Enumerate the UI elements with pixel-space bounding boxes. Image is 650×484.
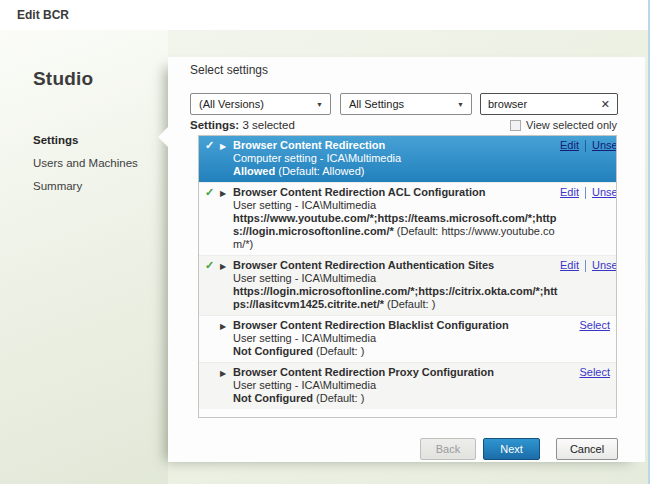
wizard-steps: Settings Users and Machines Summary [33, 129, 138, 198]
setting-title: Browser Content Redirection ACL Configur… [233, 186, 560, 199]
setting-value-default: (Default: ) [313, 345, 364, 357]
step-summary[interactable]: Summary [33, 175, 138, 198]
row-links: Select [579, 319, 612, 332]
setting-value-bold: Not Configured [233, 392, 313, 404]
studio-logo-text: Studio [33, 68, 93, 90]
setting-title: Browser Content Redirection Proxy Config… [233, 366, 560, 379]
selected-check-icon: ✓ [205, 186, 220, 199]
setting-value-default: (Default: ) [384, 298, 435, 310]
setting-value: Allowed (Default: Allowed) [233, 165, 560, 178]
setting-scope: User setting - ICA\Multimedia [233, 379, 560, 392]
expand-arrow-icon[interactable]: ▶ [220, 366, 233, 380]
settings-filter-dropdown[interactable]: All Settings ▼ [340, 93, 472, 115]
wizard-dialog: Studio Settings Users and Machines Summa… [0, 30, 650, 484]
setting-scope: User setting - ICA\Multimedia [233, 199, 560, 212]
setting-scope: Computer setting - ICA\Multimedia [233, 152, 560, 165]
wizard-sidebar: Studio Settings Users and Machines Summa… [0, 30, 168, 484]
back-button: Back [420, 438, 476, 460]
view-selected-only-label: View selected only [526, 119, 617, 131]
settings-count-label: Settings: [190, 119, 239, 131]
expand-arrow-icon[interactable]: ▶ [220, 139, 233, 153]
step-users-and-machines[interactable]: Users and Machines [33, 152, 138, 175]
setting-text: Browser Content Redirection Proxy Config… [233, 366, 560, 405]
version-filter-dropdown[interactable]: (All Versions) ▼ [190, 93, 331, 115]
selected-check-icon: ✓ [205, 259, 220, 272]
window-titlebar: Edit BCR [0, 0, 650, 30]
clear-search-icon[interactable]: ✕ [597, 94, 617, 114]
setting-title: Browser Content Redirection Authenticati… [233, 259, 560, 272]
search-box: ✕ [480, 93, 618, 115]
setting-text: Browser Content Redirection ACL Configur… [233, 186, 560, 251]
unselect-link[interactable]: Unselect [592, 186, 617, 199]
setting-value-default: (Default: Allowed) [275, 165, 364, 177]
setting-text: Browser Content Redirection Computer set… [233, 139, 560, 178]
version-filter-value: (All Versions) [191, 98, 316, 110]
view-selected-only[interactable]: View selected only [510, 119, 617, 131]
list-summary-row: Settings: 3 selected View selected only [190, 119, 617, 131]
filter-bar: (All Versions) ▼ All Settings ▼ ✕ [190, 93, 623, 115]
unselect-link[interactable]: Unselect [592, 259, 617, 272]
row-links: EditUnselect [560, 259, 617, 272]
select-link[interactable]: Select [579, 319, 610, 332]
content-panel: Select settings (All Versions) ▼ All Set… [168, 57, 645, 462]
settings-list: ✓ ▶ Browser Content Redirection Computer… [198, 135, 617, 418]
edit-link[interactable]: Edit [560, 259, 579, 272]
unselect-link[interactable]: Unselect [592, 139, 617, 152]
search-input[interactable] [481, 98, 597, 110]
expand-arrow-icon[interactable]: ▶ [220, 319, 233, 333]
selected-check-icon: ✓ [205, 139, 220, 152]
setting-row[interactable]: ✓ ▶ Browser Content Redirection ACL Conf… [199, 182, 616, 255]
link-divider [585, 260, 586, 272]
settings-count-value: 3 selected [242, 119, 294, 131]
select-link[interactable]: Select [579, 366, 610, 379]
chevron-down-icon: ▼ [316, 101, 330, 108]
setting-value: https://www.youtube.com/*;https://teams.… [233, 212, 560, 251]
edit-link[interactable]: Edit [560, 186, 579, 199]
step-settings[interactable]: Settings [33, 129, 138, 152]
setting-scope: User setting - ICA\Multimedia [233, 332, 560, 345]
next-button[interactable]: Next [483, 438, 540, 460]
window-title: Edit BCR [17, 8, 69, 22]
setting-value: Not Configured (Default: ) [233, 392, 560, 405]
setting-row[interactable]: ▶ Browser Content Redirection Blacklist … [199, 315, 616, 362]
setting-title: Browser Content Redirection Blacklist Co… [233, 319, 560, 332]
row-links: EditUnselect [560, 139, 617, 152]
setting-value: https://login.microsoftonline.com/*;http… [233, 285, 560, 311]
view-selected-only-checkbox[interactable] [510, 120, 521, 131]
chevron-down-icon: ▼ [457, 101, 471, 108]
setting-value: Not Configured (Default: ) [233, 345, 560, 358]
edit-bcr-window: { "window": { "title": "Edit BCR" }, "si… [0, 0, 650, 484]
link-divider [585, 187, 586, 199]
settings-filter-value: All Settings [341, 98, 457, 110]
edit-link[interactable]: Edit [560, 139, 579, 152]
expand-arrow-icon[interactable]: ▶ [220, 186, 233, 200]
active-step-pointer [158, 127, 168, 147]
setting-title: Browser Content Redirection [233, 139, 560, 152]
setting-value-bold: Not Configured [233, 345, 313, 357]
setting-row[interactable]: ✓ ▶ Browser Content Redirection Computer… [199, 136, 616, 182]
setting-text: Browser Content Redirection Blacklist Co… [233, 319, 560, 358]
expand-arrow-icon[interactable]: ▶ [220, 259, 233, 273]
setting-row[interactable]: ▶ Browser Content Redirection Proxy Conf… [199, 362, 616, 409]
setting-scope: User setting - ICA\Multimedia [233, 272, 560, 285]
setting-row[interactable]: ✓ ▶ Browser Content Redirection Authenti… [199, 255, 616, 315]
row-links: Select [579, 366, 612, 379]
settings-count: Settings: 3 selected [190, 119, 295, 131]
cancel-button[interactable]: Cancel [556, 438, 618, 460]
page-title: Select settings [190, 63, 268, 77]
setting-value-default: (Default: ) [313, 392, 364, 404]
row-links: EditUnselect [560, 186, 617, 199]
link-divider [585, 140, 586, 152]
setting-text: Browser Content Redirection Authenticati… [233, 259, 560, 311]
setting-value-bold: Allowed [233, 165, 275, 177]
